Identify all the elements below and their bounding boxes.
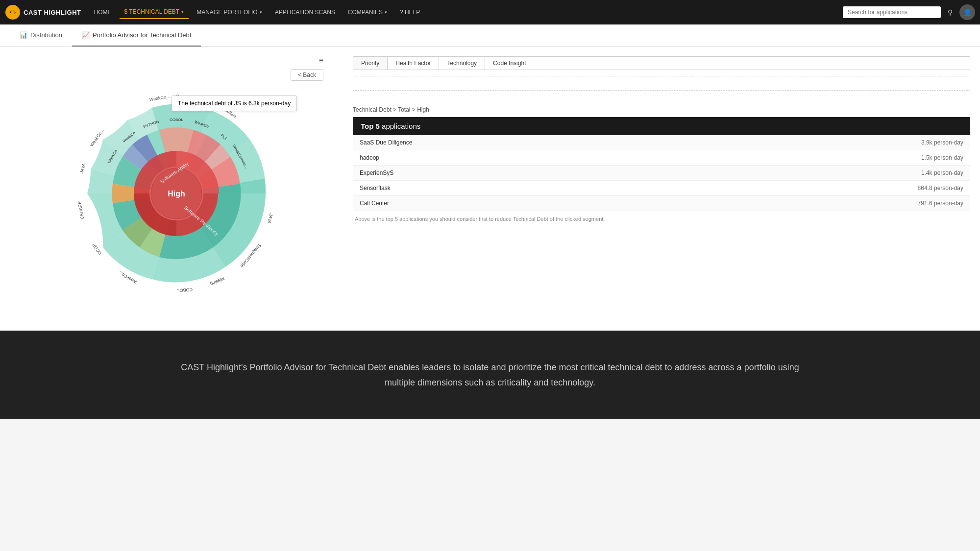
breadcrumb: Technical Debt > Total > High	[353, 106, 970, 113]
svg-text:CSHARP: CSHARP	[77, 201, 85, 220]
chart-area: ≡ < Back The technical debt of JS is 6.3…	[10, 56, 343, 321]
advisor-chart-icon: 📈	[82, 31, 90, 39]
nav-manage-portfolio[interactable]: MANAGE PORTFOLIO ▾	[192, 6, 267, 19]
table-footnote: Above is the top 5 applications you shou…	[353, 216, 970, 222]
donut-chart-container: The technical debt of JS is 6.3k person-…	[10, 66, 343, 321]
back-button[interactable]: < Back	[291, 69, 323, 81]
app-name: hadoop	[353, 150, 678, 166]
app-value: 1.5k person-day	[678, 150, 970, 166]
filter-button[interactable]: ⚲	[944, 6, 956, 18]
app-name: Call Center	[353, 196, 678, 211]
app-name: SaaS Due Diligence	[353, 135, 678, 150]
top-apps-table: SaaS Due Diligence3.9k person-dayhadoop1…	[353, 135, 970, 211]
filter-tab-health-factor[interactable]: Health Factor	[388, 57, 439, 70]
table-row: hadoop1.5k person-day	[353, 150, 970, 166]
filter-tab-bar: Priority Health Factor Technology Code I…	[353, 56, 970, 70]
svg-text:CCGP: CCGP	[91, 242, 102, 256]
page-tab-bar: 📊 Distribution 📈 Portfolio Advisor for T…	[0, 24, 980, 47]
app-value: 3.9k person-day	[678, 135, 970, 150]
nav-help[interactable]: ? HELP	[395, 6, 425, 19]
logo-text: CAST HIGHLIGHT	[24, 9, 81, 16]
user-menu-button[interactable]: 👤	[959, 4, 975, 20]
filter-tab-technology[interactable]: Technology	[439, 57, 485, 70]
svg-text:COBOL: COBOL	[170, 118, 184, 122]
distribution-chart-icon: 📊	[20, 31, 27, 39]
bottom-section: CAST Highlight's Portfolio Advisor for T…	[0, 331, 980, 419]
nav-companies[interactable]: COMPANIES ▾	[343, 6, 392, 19]
svg-text:WeakCo...: WeakCo...	[149, 94, 170, 102]
tab-distribution[interactable]: 📊 Distribution	[10, 24, 72, 47]
svg-text:Missing: Missing	[210, 276, 225, 287]
app-name: ExperienSyS	[353, 166, 678, 181]
applications-label: applications	[380, 122, 420, 130]
table-row: Call Center791.6 person-day	[353, 196, 970, 211]
nav-application-scans[interactable]: APPLICATION SCANS	[270, 6, 340, 19]
app-value: 791.6 person-day	[678, 196, 970, 211]
top-apps-header: Top 5 applications	[353, 117, 970, 135]
search-input[interactable]	[843, 6, 941, 18]
top-navigation: CAST HIGHLIGHT HOME $ TECHNICAL DEBT ▾ M…	[0, 0, 980, 24]
svg-point-1	[11, 10, 15, 14]
tab-portfolio-advisor[interactable]: 📈 Portfolio Advisor for Technical Debt	[72, 24, 201, 47]
nav-home[interactable]: HOME	[89, 6, 117, 19]
nav-technical-debt[interactable]: $ TECHNICAL DEBT ▾	[120, 5, 189, 19]
technical-debt-section: Technical Debt > Total > High Top 5 appl…	[353, 106, 970, 222]
app-value: 864.8 person-day	[678, 181, 970, 196]
table-row: ExperienSyS1.4k person-day	[353, 166, 970, 181]
hamburger-menu-button[interactable]: ≡	[319, 56, 323, 65]
filter-tab-priority[interactable]: Priority	[353, 57, 388, 70]
table-row: SaaS Due Diligence3.9k person-day	[353, 135, 970, 150]
caret-icon: ▾	[181, 9, 184, 14]
filter-content-area	[353, 76, 970, 91]
svg-text:JAVA: JAVA	[79, 163, 86, 174]
table-row: Sensorflask864.8 person-day	[353, 181, 970, 196]
right-panel: Priority Health Factor Technology Code I…	[353, 56, 970, 321]
main-content-area: ≡ < Back The technical debt of JS is 6.3…	[0, 47, 980, 331]
app-value: 1.4k person-day	[678, 166, 970, 181]
svg-text:COBOL: COBOL	[177, 287, 193, 293]
filter-tab-code-insight[interactable]: Code Insight	[485, 57, 534, 70]
caret-icon: ▾	[385, 10, 387, 15]
svg-text:JAVA: JAVA	[267, 213, 274, 224]
app-name: Sensorflask	[353, 181, 678, 196]
chart-controls: ≡ < Back	[291, 56, 323, 81]
bottom-description: CAST Highlight's Portfolio Advisor for T…	[172, 360, 808, 390]
logo[interactable]: CAST HIGHLIGHT	[5, 4, 81, 20]
caret-icon: ▾	[260, 10, 262, 15]
chart-tooltip: The technical debt of JS is 6.3k person-…	[172, 96, 297, 111]
top-number: Top 5	[361, 122, 380, 130]
svg-text:High: High	[168, 190, 185, 198]
cast-logo-icon	[5, 4, 21, 20]
user-icon: 👤	[963, 8, 972, 16]
